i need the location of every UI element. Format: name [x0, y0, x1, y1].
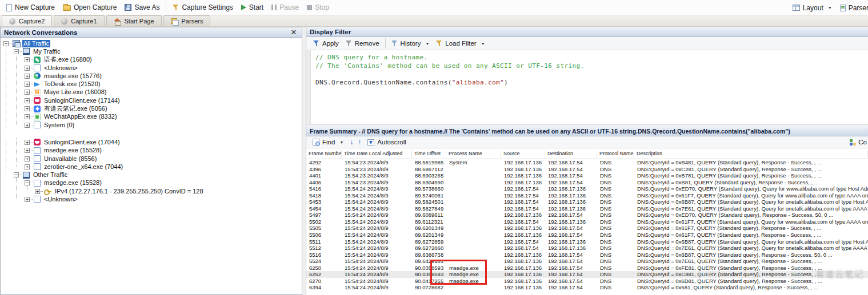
tree-item[interactable]: +System (0): [1, 121, 302, 129]
tree-item[interactable]: +zerotier-one_x64.exe (7044): [1, 163, 302, 171]
tree-item[interactable]: −My Traffic: [1, 47, 302, 55]
frame-row[interactable]: 440615:54:23 2024/8/988.6904590192.168.1…: [306, 179, 868, 186]
remove-button[interactable]: Remove: [342, 37, 383, 50]
frame-row[interactable]: 551615:54:24 2024/8/989.6386738192.168.1…: [306, 252, 868, 258]
column-header-description[interactable]: Description: [634, 150, 868, 157]
frame-row[interactable]: 429215:54:23 2024/8/988.5819985System192…: [306, 159, 868, 166]
cell-source: 192.168.17.54: [501, 219, 545, 225]
expand-icon[interactable]: +: [25, 106, 30, 111]
collapse-icon[interactable]: −: [14, 49, 19, 54]
frame-row[interactable]: 551215:54:24 2024/8/989.6272860192.168.1…: [306, 245, 868, 252]
frame-row[interactable]: 639415:54:24 2024/8/990.0728682192.168.1…: [306, 284, 868, 291]
tree-item[interactable]: +Unavailable (8556): [1, 155, 302, 163]
frame-row[interactable]: 545315:54:24 2024/8/989.5824501192.168.1…: [306, 199, 868, 205]
tree-item[interactable]: +MMaye Lite.exe (16008): [1, 88, 302, 96]
tree-item[interactable]: +IPv4 (172.27.176.1 - 239.255.255.250) C…: [1, 187, 302, 195]
layout-button[interactable]: Layout▼: [789, 1, 836, 14]
tab-capture1[interactable]: Capture1: [54, 15, 104, 26]
frame-row[interactable]: 545415:54:24 2024/8/989.5827849192.168.1…: [306, 205, 868, 212]
tree-item[interactable]: +msedge.exe (15528): [1, 147, 302, 155]
tree-item[interactable]: −msedge.exe (15528): [1, 179, 302, 187]
history-button[interactable]: History▼: [388, 37, 433, 50]
collapse-icon[interactable]: −: [3, 41, 9, 46]
expand-icon[interactable]: +: [25, 66, 30, 71]
tree-connector: [30, 92, 33, 92]
tree-item[interactable]: −All Traffic: [1, 39, 302, 47]
expand-icon[interactable]: +: [25, 90, 30, 95]
parser-button[interactable]: Parsers: [836, 1, 868, 14]
frame-row[interactable]: 550615:54:24 2024/8/989.6201349192.168.1…: [306, 232, 868, 239]
open-capture-button[interactable]: Open Capture: [59, 1, 121, 14]
apply-button[interactable]: Apply: [310, 37, 342, 50]
save-as-button[interactable]: Save As: [121, 1, 163, 14]
autoscroll-button[interactable]: Autoscroll: [363, 136, 410, 149]
close-icon[interactable]: ✕: [289, 28, 298, 37]
stop-button[interactable]: Stop: [303, 1, 333, 14]
frame-row[interactable]: 541615:54:24 2024/8/989.5738660192.168.1…: [306, 185, 868, 192]
frame-row[interactable]: 625015:54:24 2024/8/990.0358593msedge.ex…: [306, 265, 868, 272]
expand-icon[interactable]: +: [25, 156, 30, 161]
frame-row[interactable]: 550215:54:24 2024/8/989.6112321192.168.1…: [306, 219, 868, 225]
find-next-button[interactable]: ↓: [347, 138, 355, 146]
column-header-protocol-name[interactable]: Protocol Name: [597, 150, 634, 157]
tree-item[interactable]: −Other Traffic: [1, 171, 302, 179]
expand-icon[interactable]: +: [35, 189, 40, 194]
frame-row[interactable]: 551115:54:24 2024/8/989.6272859192.168.1…: [306, 239, 868, 245]
expand-icon[interactable]: +: [25, 148, 30, 153]
tree-item[interactable]: +ToDesk.exe (21520): [1, 80, 302, 88]
tree-item[interactable]: +WeChatAppEx.exe (8332): [1, 113, 302, 121]
frame-row[interactable]: 549715:54:24 2024/8/989.6089611192.168.1…: [306, 212, 868, 219]
column-header-time-date-local-adjusted[interactable]: Time Date Local Adjusted: [342, 150, 412, 157]
frame-row[interactable]: 439615:54:23 2024/8/988.6867112192.168.1…: [306, 166, 868, 173]
capture-settings-button[interactable]: Capture Settings: [169, 1, 237, 14]
column-header-time-offset[interactable]: Time Offset: [412, 150, 446, 157]
start-button[interactable]: Start: [237, 1, 267, 14]
parser-icon: [840, 5, 846, 11]
expand-icon[interactable]: +: [25, 140, 30, 145]
remove-label: Remove: [355, 40, 379, 47]
collapse-icon[interactable]: −: [14, 172, 19, 177]
column-header-process-name[interactable]: Process Name: [446, 150, 501, 157]
tree-item[interactable]: +msedge.exe (15776): [1, 72, 302, 80]
load-filter-button[interactable]: Load Filter▼: [433, 37, 488, 50]
cell-process-name: [446, 205, 501, 212]
cell-description: DNS:QueryId = 0x61F7, QUERY (Standard qu…: [634, 232, 868, 239]
expand-icon[interactable]: +: [25, 82, 30, 87]
find-button[interactable]: Find▼: [309, 136, 347, 149]
tree-item[interactable]: +SunloginClient.exe (17144): [1, 96, 302, 104]
column-header-frame-number[interactable]: Frame Number: [306, 150, 342, 157]
tab-capture2[interactable]: Capture2: [2, 15, 52, 26]
expand-icon[interactable]: +: [25, 57, 30, 62]
filter-toolbar-separator: [385, 38, 386, 49]
frame-row[interactable]: 550515:54:24 2024/8/989.6201349192.168.1…: [306, 225, 868, 232]
layout-dropdown-arrow: ▼: [828, 6, 832, 10]
tree-item[interactable]: +SunloginClient.exe (17044): [1, 138, 302, 146]
frame-row[interactable]: 552415:54:24 2024/8/989.6429181192.168.1…: [306, 258, 868, 265]
new-capture-button[interactable]: New Capture: [2, 1, 59, 14]
tab-start-page[interactable]: Start Page: [106, 15, 162, 26]
expand-icon[interactable]: +: [25, 98, 30, 103]
cell-source: 192.168.17.136: [501, 232, 545, 239]
column-header-source[interactable]: Source: [501, 150, 545, 157]
cell-protocol: DNS: [597, 212, 634, 219]
find-previous-button[interactable]: ↑: [355, 138, 363, 146]
expand-icon[interactable]: +: [25, 114, 30, 119]
tree-item[interactable]: +<Unknown>: [1, 64, 302, 72]
tree-item[interactable]: +<Unknown>: [1, 195, 302, 203]
tree-item[interactable]: +语雀.exe (16880): [1, 56, 302, 64]
color-rules-button[interactable]: Co: [850, 139, 867, 146]
filter-editor[interactable]: // DNS query for a hostname. // The 'Con…: [306, 50, 868, 124]
frame-row[interactable]: 625215:54:24 2024/8/990.0358593msedge.ex…: [306, 271, 868, 278]
expand-icon[interactable]: +: [25, 164, 30, 169]
expand-icon[interactable]: +: [25, 74, 30, 79]
frame-row[interactable]: 627015:54:24 2024/8/990.0417255msedge.ex…: [306, 278, 868, 285]
frame-row[interactable]: 541815:54:24 2024/8/989.5740081192.168.1…: [306, 192, 868, 199]
collapse-icon[interactable]: −: [25, 180, 30, 185]
frame-row[interactable]: 440115:54:23 2024/8/988.6903265192.168.1…: [306, 172, 868, 179]
expand-icon[interactable]: +: [25, 197, 30, 202]
tree-item[interactable]: +有道云笔记.exe (5056): [1, 104, 302, 112]
column-header-destination[interactable]: Destination: [545, 150, 597, 157]
expand-icon[interactable]: +: [25, 123, 30, 128]
pause-button[interactable]: Pause: [267, 1, 303, 14]
tab-parsers[interactable]: Parsers: [163, 15, 211, 26]
